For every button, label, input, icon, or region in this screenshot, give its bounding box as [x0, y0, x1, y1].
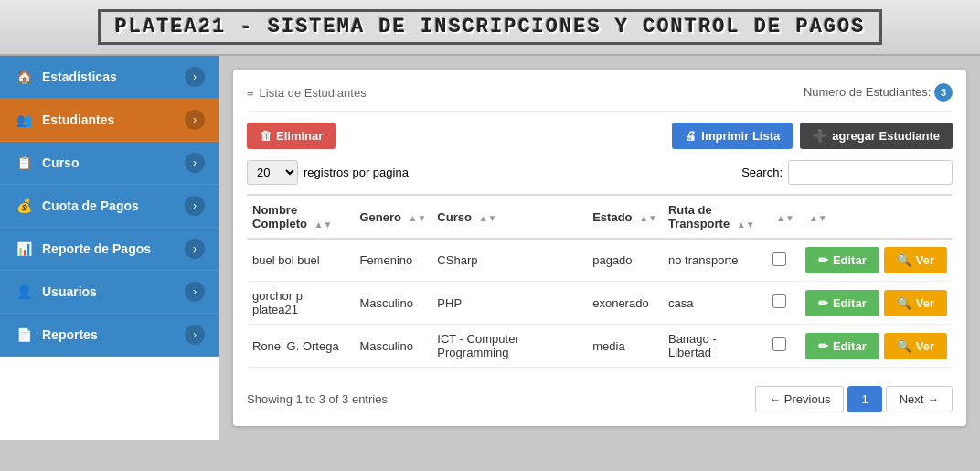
- money-icon: 💰: [15, 197, 33, 215]
- main-layout: 🏠 Estadísticas › 👥 Estudiantes › 📋 Curso…: [0, 56, 980, 440]
- row-checkbox-0[interactable]: [772, 252, 786, 266]
- chevron-right-icon-2: ›: [185, 110, 205, 130]
- col-checkbox-header: ▲▼: [767, 195, 800, 239]
- cell-checkbox-1: [767, 282, 800, 325]
- col-actions-header: ▲▼: [800, 195, 953, 239]
- col-curso: Curso ▲▼: [431, 195, 587, 239]
- per-page-select[interactable]: 20 10 50 100: [247, 160, 298, 185]
- cell-estado-0: pagado: [587, 239, 663, 282]
- student-count-label: Numero de Estudiantes:: [804, 85, 931, 99]
- view-button-2[interactable]: 🔍 Ver: [884, 333, 947, 359]
- sidebar-label-reportes: Reportes: [42, 327, 98, 342]
- search-input[interactable]: [788, 160, 953, 185]
- cell-actions-1: ✏ Editar 🔍 Ver: [800, 282, 953, 325]
- sidebar-label-curso: Curso: [42, 155, 79, 170]
- sidebar-item-usuarios[interactable]: 👤 Usuarios ›: [0, 271, 219, 314]
- prev-button[interactable]: ← Previous: [755, 386, 844, 412]
- edit-button-0[interactable]: ✏ Editar: [805, 247, 879, 273]
- search-row: 20 10 50 100 registros por pagina Search…: [247, 160, 953, 185]
- cell-curso-1: PHP: [431, 282, 587, 325]
- sort-icon-curso: ▲▼: [479, 213, 497, 223]
- chevron-right-icon-5: ›: [185, 239, 205, 259]
- sidebar-label-reporte-pagos: Reporte de Pagos: [42, 241, 151, 256]
- cell-ruta-2: Banago - Libertad: [663, 325, 767, 368]
- plus-icon: ➕: [813, 129, 827, 143]
- sort-icon-check: ▲▼: [776, 213, 794, 223]
- pencil-icon-2: ✏: [818, 339, 828, 353]
- card-header: ≡ Lista de Estudiantes Numero de Estudia…: [247, 83, 953, 112]
- cell-nombre-0: buel bol buel: [247, 239, 354, 282]
- page-1-button[interactable]: 1: [847, 386, 881, 412]
- sidebar-label-estudiantes: Estudiantes: [42, 112, 114, 127]
- pagination-buttons: ← Previous 1 Next →: [755, 386, 953, 412]
- pagination-row: Showing 1 to 3 of 3 entries ← Previous 1…: [247, 379, 953, 412]
- row-checkbox-2[interactable]: [772, 337, 786, 351]
- trash-icon: 🗑: [260, 129, 272, 143]
- sidebar-item-curso[interactable]: 📋 Curso ›: [0, 142, 219, 185]
- search-icon-1: 🔍: [897, 296, 911, 310]
- search-right: Search:: [741, 160, 953, 185]
- pencil-icon-1: ✏: [818, 296, 828, 310]
- student-count-badge: 3: [934, 83, 953, 102]
- print-label: Imprimir Lista: [701, 129, 780, 143]
- sidebar-item-reportes[interactable]: 📄 Reportes ›: [0, 314, 219, 357]
- search-left: 20 10 50 100 registros por pagina: [247, 160, 409, 185]
- user-icon: 👤: [15, 283, 33, 301]
- cell-checkbox-0: [767, 239, 800, 282]
- edit-button-1[interactable]: ✏ Editar: [805, 290, 879, 316]
- search-icon-0: 🔍: [897, 253, 911, 267]
- students-card: ≡ Lista de Estudiantes Numero de Estudia…: [233, 70, 966, 426]
- cell-genero-0: Femenino: [354, 239, 431, 282]
- cell-ruta-1: casa: [663, 282, 767, 325]
- users-icon: 👥: [15, 111, 33, 129]
- next-button[interactable]: Next →: [886, 386, 953, 412]
- cell-checkbox-2: [767, 325, 800, 368]
- menu-lines-icon: ≡: [247, 86, 254, 100]
- pencil-icon-0: ✏: [818, 253, 828, 267]
- cell-actions-0: ✏ Editar 🔍 Ver: [800, 239, 953, 282]
- toolbar-right: 🖨 Imprimir Lista ➕ agregar Estudiante: [672, 123, 953, 149]
- edit-button-2[interactable]: ✏ Editar: [805, 333, 879, 359]
- search-icon-2: 🔍: [897, 339, 911, 353]
- col-genero: Genero ▲▼: [354, 195, 431, 239]
- view-button-0[interactable]: 🔍 Ver: [884, 247, 947, 273]
- search-label: Search:: [741, 166, 783, 179]
- row-checkbox-1[interactable]: [772, 294, 786, 308]
- card-title: Lista de Estudiantes: [260, 86, 367, 100]
- print-button[interactable]: 🖨 Imprimir Lista: [672, 123, 793, 149]
- delete-button[interactable]: 🗑 Eliminar: [247, 123, 336, 149]
- home-icon: 🏠: [15, 68, 33, 86]
- cell-estado-2: media: [587, 325, 663, 368]
- sort-icon-actions: ▲▼: [809, 213, 827, 223]
- cell-nombre-1: gorchor p platea21: [247, 282, 354, 325]
- sidebar-item-estadisticas[interactable]: 🏠 Estadísticas ›: [0, 56, 219, 99]
- toolbar: 🗑 Eliminar 🖨 Imprimir Lista ➕ agregar Es…: [247, 123, 953, 149]
- table-row: buel bol buel Femenino CSharp pagado no …: [247, 239, 953, 282]
- card-header-left: ≡ Lista de Estudiantes: [247, 86, 367, 100]
- chevron-right-icon: ›: [185, 67, 205, 87]
- cell-curso-2: ICT - Computer Programming: [431, 325, 587, 368]
- table-body: buel bol buel Femenino CSharp pagado no …: [247, 239, 953, 368]
- sidebar-item-cuota-pagos[interactable]: 💰 Cuota de Pagos ›: [0, 185, 219, 228]
- delete-label: Eliminar: [276, 129, 323, 143]
- add-label: agregar Estudiante: [832, 129, 940, 143]
- students-table: NombreCompleto ▲▼ Genero ▲▼ Curso ▲▼ E: [247, 194, 953, 368]
- view-button-1[interactable]: 🔍 Ver: [884, 290, 947, 316]
- add-student-button[interactable]: ➕ agregar Estudiante: [800, 123, 953, 149]
- sort-icon-nombre: ▲▼: [314, 219, 333, 230]
- chart-icon: 📊: [15, 240, 33, 258]
- col-ruta: Ruta deTransporte ▲▼: [663, 195, 767, 239]
- print-icon: 🖨: [685, 129, 697, 143]
- doc-icon: 📄: [15, 326, 33, 344]
- sidebar: 🏠 Estadísticas › 👥 Estudiantes › 📋 Curso…: [0, 56, 219, 440]
- sort-icon-genero: ▲▼: [409, 213, 427, 223]
- table-row: gorchor p platea21 Masculino PHP exonera…: [247, 282, 953, 325]
- sidebar-item-estudiantes[interactable]: 👥 Estudiantes ›: [0, 99, 219, 142]
- table-header-row: NombreCompleto ▲▼ Genero ▲▼ Curso ▲▼ E: [247, 195, 953, 239]
- sidebar-item-reporte-pagos[interactable]: 📊 Reporte de Pagos ›: [0, 228, 219, 271]
- sidebar-label-usuarios: Usuarios: [42, 284, 97, 299]
- chevron-right-icon-4: ›: [185, 196, 205, 216]
- sidebar-label-cuota-pagos: Cuota de Pagos: [42, 198, 139, 213]
- cell-genero-2: Masculino: [354, 325, 431, 368]
- sort-icon-ruta: ▲▼: [737, 219, 755, 230]
